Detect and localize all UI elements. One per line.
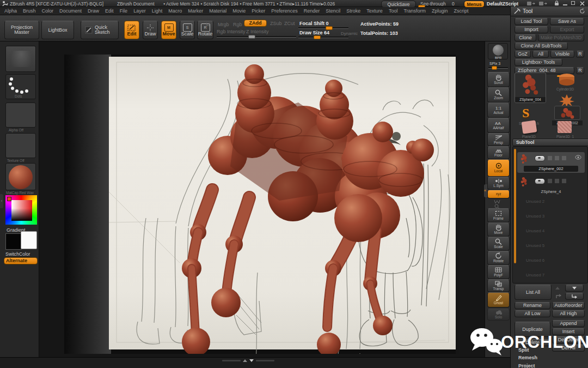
rgb-toggle[interactable]: Rgb [233, 22, 242, 27]
shelf-floor-button[interactable]: Floor [487, 146, 510, 159]
menu-marker[interactable]: Marker [188, 8, 203, 14]
minimize-button[interactable] [563, 4, 567, 5]
clone-button[interactable]: Clone [514, 34, 536, 41]
clone-all-subtools-button[interactable]: Clone All SubTools [514, 43, 568, 50]
z-intensity-slider[interactable] [217, 36, 296, 38]
zcut-button[interactable]: ZCut [284, 21, 295, 26]
goz-visible-button[interactable]: Visible [550, 51, 574, 58]
menu-file[interactable]: File [120, 8, 128, 14]
restore-button[interactable] [571, 1, 575, 5]
shelf-ghost-button[interactable]: Ghost [487, 292, 510, 307]
eye-toggle[interactable] [535, 178, 545, 184]
subtool-down-button[interactable] [565, 285, 584, 292]
menu-zscript[interactable]: Zscript [454, 8, 469, 14]
shelf-aahalf-button[interactable]: AAAAHalf [487, 118, 510, 133]
saturation-square[interactable] [11, 200, 32, 221]
secondary-color-swatch[interactable] [21, 231, 37, 249]
z-intensity-label[interactable]: Z Intensity [246, 29, 269, 34]
paint-toggles[interactable] [548, 179, 566, 183]
main-color-swatch[interactable] [5, 233, 22, 250]
list-all-button[interactable]: List All [514, 285, 552, 300]
tool-palette-header[interactable]: Tool [511, 7, 588, 16]
subtool-section-header[interactable]: SubTool [512, 138, 588, 146]
menu-render[interactable]: Render [304, 8, 320, 14]
shelf-rotate-button[interactable]: Rotate [487, 251, 510, 265]
zadd-button[interactable]: ZAdd [244, 20, 267, 27]
shelf-persp-button[interactable]: Persp [487, 133, 510, 146]
subtool-item-unused[interactable]: Unused 4 [526, 228, 544, 233]
shelf-frame-button[interactable]: Frame [487, 208, 510, 222]
alternate-button[interactable]: Alternate [4, 257, 38, 264]
import-button[interactable]: Import [514, 26, 548, 33]
shelf-zoom-button[interactable]: Zoom [487, 87, 510, 102]
color-picker[interactable] [5, 195, 37, 225]
material-thumbnail[interactable] [5, 163, 36, 190]
menu-layer[interactable]: Layer [133, 8, 146, 14]
move-mode-button[interactable]: M Move [161, 21, 176, 39]
shelf-lsym-button[interactable]: L.Sym [487, 177, 510, 190]
menu-draw[interactable]: Draw [88, 8, 99, 14]
shelf-move-button[interactable]: Move [487, 222, 510, 237]
right-tray-handle[interactable]: « [484, 184, 487, 197]
goz-button[interactable]: GoZ [514, 51, 531, 58]
texture-thumbnail[interactable] [5, 133, 36, 158]
rename-button[interactable]: Rename [514, 302, 550, 309]
shelf-transp-button[interactable]: Transp [487, 279, 510, 292]
stroke-thumbnail[interactable]: Dots [5, 74, 36, 99]
menu-zplugin[interactable]: Zplugin [432, 8, 448, 14]
subtool-item-unused[interactable]: Unused 7 [526, 273, 544, 277]
lightbox-tools-button[interactable]: Lightbox› Tools [514, 59, 562, 66]
load-tool-button[interactable]: Load Tool [514, 18, 548, 25]
draw-size-slider[interactable] [298, 37, 348, 38]
menu-tool[interactable]: Tool [389, 8, 398, 14]
subtool-movedown-button[interactable] [565, 293, 584, 300]
menu-brush[interactable]: Brush [23, 8, 36, 14]
shelf-toggle-icon[interactable] [494, 200, 500, 204]
all-low-button[interactable]: All Low [514, 310, 550, 317]
shelf-actual-button[interactable]: 1:1Actual [487, 102, 510, 118]
goz-all-button[interactable]: All [532, 51, 549, 58]
menu-transform[interactable]: Transform [403, 8, 426, 14]
edit-mode-button[interactable]: Edit [124, 21, 139, 39]
all-high-button[interactable]: All High [552, 310, 585, 317]
export-button[interactable]: Export [550, 26, 584, 33]
draw-mode-button[interactable]: Draw [143, 21, 158, 39]
rgb-intensity-label[interactable]: Rgb Intensity [217, 29, 246, 34]
menu-stroke[interactable]: Stroke [346, 8, 360, 14]
menu-alpha[interactable]: Alpha [4, 8, 17, 14]
shelf-scroll-button[interactable]: Scroll [487, 72, 510, 87]
shelf-polyf-button[interactable]: PolyF [487, 265, 510, 279]
tray-divider-handle[interactable] [222, 359, 274, 362]
focal-shift-slider[interactable] [298, 27, 348, 29]
menu-color[interactable]: Color [42, 8, 54, 14]
menu-material[interactable]: Material [209, 8, 226, 14]
current-brush-thumbnail[interactable] [5, 46, 36, 72]
close-button[interactable] [580, 1, 585, 6]
bpr-button[interactable]: BPR [488, 43, 508, 59]
canvas-viewport[interactable] [64, 55, 459, 354]
subtool-item-unused[interactable]: Unused 2 [526, 199, 544, 204]
quick-sketch-button[interactable]: Quick Sketch [81, 21, 119, 39]
menu-texture[interactable]: Texture [366, 8, 383, 14]
subtool-item-zsphere_002[interactable]: ZSphere_002 [517, 152, 585, 173]
tool-thumb-cylinder[interactable]: Cylinder3D [550, 73, 585, 94]
subtool-scrollbar[interactable] [514, 149, 516, 263]
active-tool-thumbnail[interactable]: ZSphere_004 [514, 73, 546, 103]
projection-master-button[interactable]: Projection Master [4, 21, 39, 39]
scale-mode-button[interactable]: S Scale [180, 21, 195, 39]
menu-stencil[interactable]: Stencil [326, 8, 340, 14]
shelf-xyz-button[interactable]: xyz [487, 190, 510, 198]
spix-slider[interactable] [488, 67, 508, 69]
subtool-moveup-icon[interactable] [555, 294, 562, 299]
mrgb-toggle[interactable]: Mrgb [218, 22, 229, 27]
lock-icon[interactable] [554, 1, 559, 6]
menu-document[interactable]: Document [59, 8, 82, 14]
history-icons[interactable] [527, 1, 551, 6]
subtool-item-unused[interactable]: Unused 3 [526, 214, 544, 219]
subtool-item-unused[interactable]: Unused 5 [526, 243, 544, 248]
subtool-item-unused[interactable]: Unused 6 [526, 258, 544, 263]
dynamic-toggle[interactable]: Dynamic [341, 32, 358, 36]
left-tray-handle[interactable]: ‹ [0, 194, 3, 208]
goz-r-button[interactable]: R [576, 51, 584, 58]
project-section[interactable]: Project [518, 364, 535, 368]
